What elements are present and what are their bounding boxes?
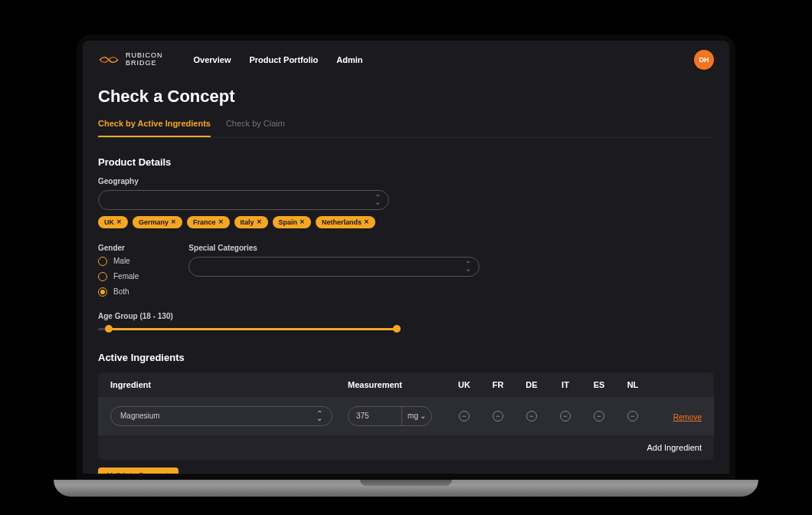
validate-concept-button[interactable]: Validate Concept	[98, 467, 178, 474]
tag-remove-icon[interactable]: ✕	[364, 218, 369, 225]
add-ingredient-link[interactable]: Add Ingredient	[647, 443, 702, 452]
active-ingredients-heading: Active Ingredients	[98, 352, 714, 363]
th-it: IT	[548, 380, 582, 389]
status-pending-icon: −	[493, 411, 503, 422]
geography-label: Geography	[98, 177, 714, 185]
status-pending-icon: −	[627, 411, 638, 422]
radio-male[interactable]: Male	[98, 257, 139, 266]
geography-tags: UK✕ Germany✕ France✕ Italy✕ Spain✕ Nethe…	[98, 216, 714, 228]
tag-remove-icon[interactable]: ✕	[257, 218, 262, 225]
th-de: DE	[515, 380, 548, 389]
th-uk: UK	[447, 380, 481, 389]
gender-label: Gender	[98, 244, 139, 252]
tag-remove-icon[interactable]: ✕	[300, 218, 305, 225]
radio-icon	[98, 272, 107, 281]
ingredients-table: Ingredient Measurement UK FR DE IT ES NL	[98, 372, 714, 460]
product-details-heading: Product Details	[98, 156, 714, 168]
chevron-updown-icon: ⌃⌄	[375, 195, 381, 205]
status-pending-icon: −	[594, 411, 604, 422]
th-measurement: Measurement	[348, 380, 447, 389]
chevron-down-icon: ⌄	[420, 412, 426, 420]
th-es: ES	[582, 380, 616, 389]
user-avatar[interactable]: DH	[694, 50, 714, 70]
table-footer: Add Ingredient	[98, 435, 714, 460]
main-nav: Overview Product Portfolio Admin	[194, 55, 363, 64]
tag-germany: Germany✕	[133, 216, 182, 228]
tab-by-claim[interactable]: Check by Claim	[226, 119, 285, 137]
nav-overview[interactable]: Overview	[194, 55, 231, 64]
age-group-label: Age Group (18 - 130)	[98, 312, 714, 320]
tag-uk: UK✕	[98, 216, 128, 228]
th-fr: FR	[481, 380, 515, 389]
slider-handle-max[interactable]	[393, 325, 401, 333]
nav-portfolio[interactable]: Product Portfolio	[249, 55, 318, 64]
concept-tabs: Check by Active Ingredients Check by Cla…	[98, 119, 714, 138]
special-categories-select[interactable]: ⌃⌄	[188, 257, 480, 277]
rubicon-logo-icon	[98, 54, 120, 66]
tag-france: France✕	[187, 216, 230, 228]
radio-both[interactable]: Both	[98, 287, 139, 297]
slider-fill	[109, 328, 397, 330]
tag-italy: Italy✕	[234, 216, 268, 228]
app-header: RUBICON BRIDGE Overview Product Portfoli…	[83, 41, 729, 79]
th-nl: NL	[616, 380, 650, 389]
tag-netherlands: Netherlands✕	[316, 216, 375, 228]
chevron-updown-icon: ⌃⌄	[316, 412, 323, 421]
measurement-unit-select[interactable]: mg⌄	[402, 407, 431, 425]
brand-line2: BRIDGE	[126, 60, 163, 67]
tag-remove-icon[interactable]: ✕	[171, 218, 176, 225]
radio-icon	[98, 257, 107, 266]
radio-female[interactable]: Female	[98, 272, 139, 281]
status-pending-icon: −	[560, 411, 571, 422]
slider-handle-min[interactable]	[105, 325, 113, 333]
age-slider[interactable]	[98, 328, 397, 330]
geography-select[interactable]: ⌃⌄	[98, 190, 389, 210]
ingredient-select[interactable]: Magnesium ⌃⌄	[110, 406, 332, 426]
gender-radio-group: Male Female Both	[98, 257, 139, 297]
tag-remove-icon[interactable]: ✕	[218, 218, 224, 225]
table-row: Magnesium ⌃⌄ 375 mg⌄ −	[98, 397, 714, 435]
tab-by-ingredients[interactable]: Check by Active Ingredients	[98, 119, 211, 137]
status-pending-icon: −	[459, 411, 470, 422]
chevron-updown-icon: ⌃⌄	[465, 262, 471, 271]
laptop-base	[54, 480, 758, 497]
special-categories-label: Special Categories	[188, 244, 480, 252]
table-header: Ingredient Measurement UK FR DE IT ES NL	[98, 372, 714, 397]
measurement-input: 375 mg⌄	[348, 406, 432, 426]
measurement-value[interactable]: 375	[349, 407, 402, 425]
nav-admin[interactable]: Admin	[336, 55, 362, 64]
status-pending-icon: −	[526, 411, 537, 422]
page-title: Check a Concept	[98, 87, 714, 107]
radio-icon	[98, 287, 107, 297]
remove-ingredient-link[interactable]: Remove	[673, 413, 702, 422]
tag-spain: Spain✕	[273, 216, 312, 228]
tag-remove-icon[interactable]: ✕	[116, 218, 122, 225]
brand-logo: RUBICON BRIDGE	[98, 52, 163, 67]
th-ingredient: Ingredient	[110, 380, 348, 389]
